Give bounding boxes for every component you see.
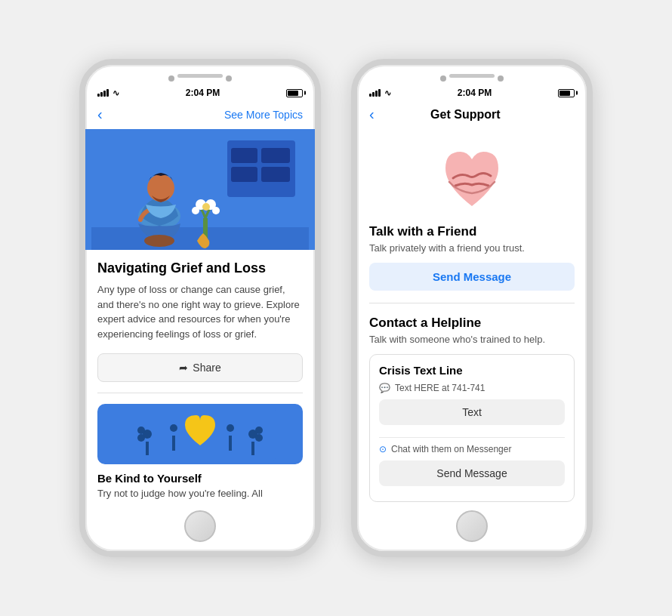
share-icon: ➦ (179, 362, 188, 374)
svg-point-25 (255, 434, 263, 442)
heart-illustration (369, 129, 575, 224)
messenger-icon: ⊙ (379, 444, 387, 454)
talk-friend-desc: Talk privately with a friend you trust. (369, 242, 575, 254)
svg-point-21 (170, 424, 177, 432)
status-time-2: 2:04 PM (458, 88, 492, 98)
camera-right-2 (498, 75, 504, 82)
see-more-topics-button[interactable]: See More Topics (224, 109, 303, 121)
svg-rect-4 (231, 167, 257, 182)
share-label: Share (193, 362, 220, 374)
send-message-button[interactable]: Send Message (369, 263, 575, 291)
status-time-1: 2:04 PM (186, 88, 220, 98)
camera-left-2 (440, 75, 446, 82)
svg-point-14 (212, 207, 220, 214)
svg-point-15 (202, 203, 210, 211)
related-desc: Try not to judge how you're feeling. All (97, 488, 303, 499)
helpline-title: Contact a Helpline (369, 316, 575, 331)
svg-point-19 (137, 434, 145, 442)
phone-1: ∿ 2:04 PM ‹ See More Topics (79, 59, 321, 557)
related-title: Be Kind to Yourself (97, 472, 303, 485)
talk-friend-title: Talk with a Friend (369, 224, 575, 239)
article-desc: Any type of loss or change can cause gri… (97, 282, 303, 341)
signal-icon (97, 89, 109, 97)
text-bubble-icon: 💬 (379, 383, 390, 393)
svg-point-24 (255, 427, 263, 434)
crisis-name: Crisis Text Line (379, 364, 565, 377)
screen-2: Talk with a Friend Talk privately with a… (357, 129, 587, 551)
svg-point-27 (227, 424, 234, 432)
nav-bar-1: ‹ See More Topics (85, 101, 315, 129)
signal-icon-2 (369, 89, 381, 97)
status-left-2: ∿ (369, 88, 391, 98)
camera-right (226, 75, 232, 82)
camera-left (168, 75, 174, 82)
home-button-1[interactable] (184, 510, 216, 542)
svg-rect-26 (251, 442, 254, 455)
svg-rect-28 (229, 436, 232, 451)
svg-point-8 (147, 174, 174, 202)
card-divider (379, 437, 565, 438)
svg-rect-3 (261, 148, 290, 163)
divider-1 (97, 393, 303, 393)
phone2-content: Talk with a Friend Talk privately with a… (357, 129, 587, 551)
svg-rect-22 (172, 436, 175, 451)
back-button-1[interactable]: ‹ (97, 106, 103, 123)
svg-rect-5 (261, 167, 290, 182)
messenger-hint-row: ⊙ Chat with them on Messenger (379, 444, 565, 454)
related-card[interactable] (97, 404, 303, 464)
battery-icon-2 (558, 89, 575, 97)
status-left-1: ∿ (97, 88, 119, 98)
divider-2 (369, 303, 575, 303)
wifi-icon: ∿ (113, 88, 119, 98)
battery-icon-1 (286, 89, 303, 97)
helpline-send-message-button[interactable]: Send Message (379, 460, 565, 486)
back-button-2[interactable]: ‹ (369, 106, 375, 123)
crisis-helpline-card: Crisis Text Line 💬 Text HERE at 741-741 … (369, 354, 575, 502)
phone-2: ∿ 2:04 PM ‹ Get Support (351, 59, 593, 557)
helpline-desc: Talk with someone who's trained to help. (369, 334, 575, 345)
share-button[interactable]: ➦ Share (97, 353, 303, 382)
hero-image (85, 129, 315, 250)
screen-1: Navigating Grief and Loss Any type of lo… (85, 129, 315, 551)
svg-point-13 (192, 207, 199, 214)
status-bar-1: ∿ 2:04 PM (85, 83, 315, 101)
article-title: Navigating Grief and Loss (97, 260, 303, 276)
article-body: Navigating Grief and Loss Any type of lo… (85, 250, 315, 510)
svg-rect-20 (146, 442, 149, 455)
text-hint: Text HERE at 741-741 (395, 383, 485, 393)
messenger-hint: Chat with them on Messenger (391, 444, 511, 454)
page-title-2: Get Support (430, 108, 500, 122)
home-button-2[interactable] (456, 510, 488, 542)
phone1-content: Navigating Grief and Loss Any type of lo… (85, 129, 315, 551)
svg-point-18 (137, 427, 145, 434)
svg-rect-2 (231, 148, 257, 163)
nav-bar-2: ‹ Get Support (357, 101, 587, 129)
status-bar-2: ∿ 2:04 PM (357, 83, 587, 101)
text-button[interactable]: Text (379, 399, 565, 425)
status-right-2 (558, 89, 575, 97)
status-right-1 (286, 89, 303, 97)
wifi-icon-2: ∿ (384, 88, 391, 98)
svg-point-9 (144, 235, 174, 247)
text-hint-row: 💬 Text HERE at 741-741 (379, 383, 565, 393)
